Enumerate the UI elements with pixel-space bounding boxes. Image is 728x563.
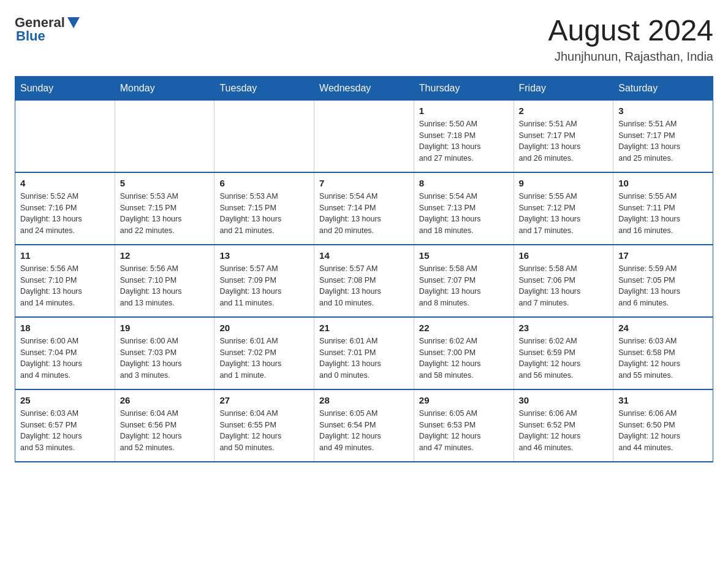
day-info: Sunrise: 5:51 AM Sunset: 7:17 PM Dayligh… [519, 118, 609, 164]
day-info: Sunrise: 6:00 AM Sunset: 7:04 PM Dayligh… [20, 335, 110, 381]
day-number: 21 [319, 323, 409, 333]
day-info: Sunrise: 6:04 AM Sunset: 6:56 PM Dayligh… [120, 408, 210, 454]
table-row: 31Sunrise: 6:06 AM Sunset: 6:50 PM Dayli… [613, 389, 713, 462]
day-number: 8 [419, 178, 509, 188]
day-number: 10 [618, 178, 708, 188]
table-row: 15Sunrise: 5:58 AM Sunset: 7:07 PM Dayli… [414, 245, 514, 317]
day-info: Sunrise: 6:05 AM Sunset: 6:54 PM Dayligh… [319, 408, 409, 454]
table-row: 18Sunrise: 6:00 AM Sunset: 7:04 PM Dayli… [15, 317, 115, 389]
day-info: Sunrise: 5:59 AM Sunset: 7:05 PM Dayligh… [618, 263, 708, 309]
col-monday: Monday [115, 76, 214, 100]
day-info: Sunrise: 5:58 AM Sunset: 7:06 PM Dayligh… [519, 263, 609, 309]
table-row: 3Sunrise: 5:51 AM Sunset: 7:17 PM Daylig… [613, 100, 713, 172]
table-row: 13Sunrise: 5:57 AM Sunset: 7:09 PM Dayli… [214, 245, 314, 317]
day-number: 12 [120, 250, 210, 261]
col-tuesday: Tuesday [214, 76, 314, 100]
table-row: 6Sunrise: 5:53 AM Sunset: 7:15 PM Daylig… [214, 172, 314, 245]
table-row: 11Sunrise: 5:56 AM Sunset: 7:10 PM Dayli… [15, 245, 115, 317]
day-number: 18 [20, 323, 110, 333]
table-row: 8Sunrise: 5:54 AM Sunset: 7:13 PM Daylig… [414, 172, 514, 245]
day-number: 4 [20, 178, 110, 188]
table-row: 4Sunrise: 5:52 AM Sunset: 7:16 PM Daylig… [15, 172, 115, 245]
day-info: Sunrise: 5:58 AM Sunset: 7:07 PM Dayligh… [419, 263, 509, 309]
day-number: 7 [319, 178, 409, 188]
table-row: 14Sunrise: 5:57 AM Sunset: 7:08 PM Dayli… [314, 245, 414, 317]
day-number: 19 [120, 323, 210, 333]
table-row: 22Sunrise: 6:02 AM Sunset: 7:00 PM Dayli… [414, 317, 514, 389]
col-friday: Friday [514, 76, 613, 100]
day-info: Sunrise: 6:05 AM Sunset: 6:53 PM Dayligh… [419, 408, 509, 454]
day-info: Sunrise: 5:50 AM Sunset: 7:18 PM Dayligh… [419, 118, 509, 164]
day-info: Sunrise: 5:55 AM Sunset: 7:11 PM Dayligh… [618, 191, 708, 237]
day-number: 2 [519, 105, 609, 116]
table-row: 10Sunrise: 5:55 AM Sunset: 7:11 PM Dayli… [613, 172, 713, 245]
title-block: August 2024 Jhunjhunun, Rajasthan, India [548, 15, 713, 64]
day-number: 6 [219, 178, 309, 188]
day-number: 20 [219, 323, 309, 333]
col-sunday: Sunday [15, 76, 115, 100]
day-number: 23 [519, 323, 609, 333]
table-row: 30Sunrise: 6:06 AM Sunset: 6:52 PM Dayli… [514, 389, 613, 462]
day-number: 28 [319, 395, 409, 405]
col-saturday: Saturday [613, 76, 713, 100]
table-row [214, 100, 314, 172]
table-row: 23Sunrise: 6:02 AM Sunset: 6:59 PM Dayli… [514, 317, 613, 389]
day-number: 1 [419, 105, 509, 116]
svg-marker-0 [67, 17, 80, 28]
table-row: 9Sunrise: 5:55 AM Sunset: 7:12 PM Daylig… [514, 172, 613, 245]
col-wednesday: Wednesday [314, 76, 414, 100]
table-row: 24Sunrise: 6:03 AM Sunset: 6:58 PM Dayli… [613, 317, 713, 389]
table-row [15, 100, 115, 172]
table-row: 25Sunrise: 6:03 AM Sunset: 6:57 PM Dayli… [15, 389, 115, 462]
day-info: Sunrise: 5:56 AM Sunset: 7:10 PM Dayligh… [120, 263, 210, 309]
calendar-header-row: Sunday Monday Tuesday Wednesday Thursday… [15, 76, 713, 100]
table-row: 28Sunrise: 6:05 AM Sunset: 6:54 PM Dayli… [314, 389, 414, 462]
col-thursday: Thursday [414, 76, 514, 100]
day-info: Sunrise: 5:55 AM Sunset: 7:12 PM Dayligh… [519, 191, 609, 237]
calendar-week-row: 4Sunrise: 5:52 AM Sunset: 7:16 PM Daylig… [15, 172, 713, 245]
day-info: Sunrise: 6:03 AM Sunset: 6:58 PM Dayligh… [618, 335, 708, 381]
day-info: Sunrise: 6:06 AM Sunset: 6:52 PM Dayligh… [519, 408, 609, 454]
table-row [115, 100, 214, 172]
day-info: Sunrise: 6:03 AM Sunset: 6:57 PM Dayligh… [20, 408, 110, 454]
day-number: 9 [519, 178, 609, 188]
calendar-week-row: 1Sunrise: 5:50 AM Sunset: 7:18 PM Daylig… [15, 100, 713, 172]
day-number: 3 [618, 105, 708, 116]
day-info: Sunrise: 5:57 AM Sunset: 7:08 PM Dayligh… [319, 263, 409, 309]
day-info: Sunrise: 5:53 AM Sunset: 7:15 PM Dayligh… [120, 191, 210, 237]
calendar-title: August 2024 [548, 15, 713, 47]
day-info: Sunrise: 6:02 AM Sunset: 7:00 PM Dayligh… [419, 335, 509, 381]
day-info: Sunrise: 6:01 AM Sunset: 7:01 PM Dayligh… [319, 335, 409, 381]
page-header: General Blue August 2024 Jhunjhunun, Raj… [15, 15, 713, 64]
day-info: Sunrise: 6:01 AM Sunset: 7:02 PM Dayligh… [219, 335, 309, 381]
table-row: 16Sunrise: 5:58 AM Sunset: 7:06 PM Dayli… [514, 245, 613, 317]
table-row: 12Sunrise: 5:56 AM Sunset: 7:10 PM Dayli… [115, 245, 214, 317]
day-number: 13 [219, 250, 309, 261]
table-row: 20Sunrise: 6:01 AM Sunset: 7:02 PM Dayli… [214, 317, 314, 389]
day-info: Sunrise: 5:57 AM Sunset: 7:09 PM Dayligh… [219, 263, 309, 309]
day-info: Sunrise: 6:02 AM Sunset: 6:59 PM Dayligh… [519, 335, 609, 381]
table-row [314, 100, 414, 172]
day-info: Sunrise: 5:53 AM Sunset: 7:15 PM Dayligh… [219, 191, 309, 237]
table-row: 2Sunrise: 5:51 AM Sunset: 7:17 PM Daylig… [514, 100, 613, 172]
day-info: Sunrise: 5:54 AM Sunset: 7:14 PM Dayligh… [319, 191, 409, 237]
day-number: 27 [219, 395, 309, 405]
day-number: 22 [419, 323, 509, 333]
calendar-table: Sunday Monday Tuesday Wednesday Thursday… [15, 76, 713, 462]
table-row: 21Sunrise: 6:01 AM Sunset: 7:01 PM Dayli… [314, 317, 414, 389]
table-row: 17Sunrise: 5:59 AM Sunset: 7:05 PM Dayli… [613, 245, 713, 317]
table-row: 29Sunrise: 6:05 AM Sunset: 6:53 PM Dayli… [414, 389, 514, 462]
day-number: 31 [618, 395, 708, 405]
day-info: Sunrise: 6:04 AM Sunset: 6:55 PM Dayligh… [219, 408, 309, 454]
calendar-week-row: 25Sunrise: 6:03 AM Sunset: 6:57 PM Dayli… [15, 389, 713, 462]
day-number: 29 [419, 395, 509, 405]
day-number: 24 [618, 323, 708, 333]
day-number: 14 [319, 250, 409, 261]
day-info: Sunrise: 5:54 AM Sunset: 7:13 PM Dayligh… [419, 191, 509, 237]
day-number: 25 [20, 395, 110, 405]
calendar-week-row: 18Sunrise: 6:00 AM Sunset: 7:04 PM Dayli… [15, 317, 713, 389]
table-row: 1Sunrise: 5:50 AM Sunset: 7:18 PM Daylig… [414, 100, 514, 172]
calendar-subtitle: Jhunjhunun, Rajasthan, India [548, 50, 713, 64]
day-number: 26 [120, 395, 210, 405]
day-info: Sunrise: 5:51 AM Sunset: 7:17 PM Dayligh… [618, 118, 708, 164]
